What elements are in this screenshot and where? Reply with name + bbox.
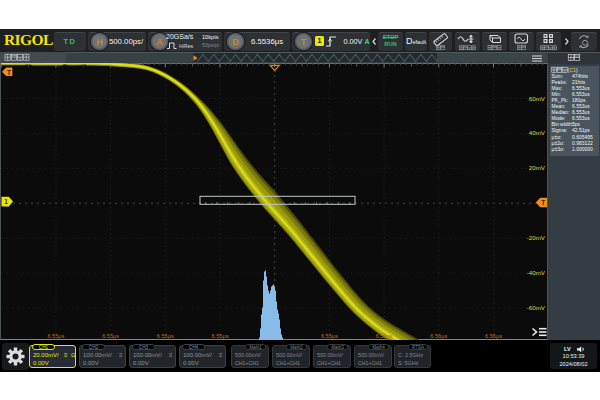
- svg-text:-40mV: -40mV: [527, 269, 546, 276]
- svg-text:60mV: 60mV: [529, 95, 546, 102]
- svg-text:6.55μs: 6.55μs: [102, 333, 119, 339]
- svg-text:-20mV: -20mV: [527, 234, 546, 241]
- svg-text:T: T: [541, 199, 545, 206]
- svg-text:-60mV: -60mV: [527, 304, 546, 311]
- svg-text:40mV: 40mV: [529, 129, 546, 136]
- svg-text:6.56μs: 6.56μs: [485, 333, 502, 339]
- svg-text:6.55μs: 6.55μs: [376, 333, 393, 339]
- svg-text:20mV: 20mV: [529, 164, 546, 171]
- svg-text:6.55μs: 6.55μs: [47, 333, 64, 339]
- svg-text:1: 1: [4, 198, 8, 205]
- svg-text:6.55μs: 6.55μs: [212, 333, 229, 339]
- svg-text:6.55μs: 6.55μs: [157, 333, 174, 339]
- svg-text:T: T: [7, 69, 11, 76]
- svg-text:6.56μs: 6.56μs: [430, 333, 447, 339]
- svg-text:6.55μs: 6.55μs: [321, 333, 338, 339]
